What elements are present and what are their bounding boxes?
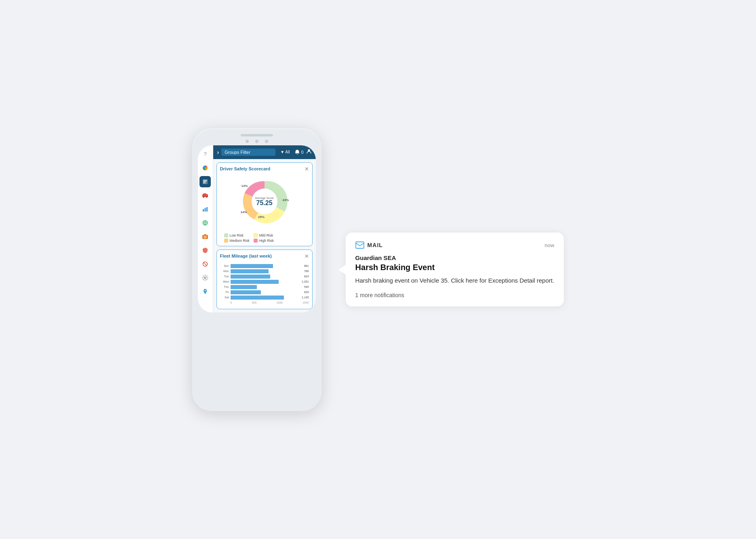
bar-track-sun bbox=[231, 264, 303, 268]
svg-point-4 bbox=[206, 196, 208, 197]
scorecard-card: Driver Safety Scorecard ✕ bbox=[216, 162, 313, 246]
phone-notch-bar bbox=[198, 134, 316, 136]
bar-row-sun: Sun 881 bbox=[220, 264, 309, 268]
user-profile-icon[interactable] bbox=[306, 149, 312, 155]
sidebar-icon-settings[interactable] bbox=[200, 272, 211, 283]
legend-low-risk: Low Risk bbox=[224, 233, 250, 237]
notification-body: Harsh braking event on Vehicle 35. Click… bbox=[355, 276, 554, 285]
notification-app-name: MAIL bbox=[368, 242, 383, 248]
svg-rect-7 bbox=[206, 207, 208, 212]
svg-rect-2 bbox=[203, 193, 206, 195]
bar-track-sat bbox=[231, 296, 300, 300]
sidebar-icon-shield[interactable] bbox=[200, 245, 211, 256]
bar-track-wed bbox=[231, 280, 300, 284]
sidebar-icon-vehicle[interactable] bbox=[200, 190, 211, 201]
bar-fill-thu bbox=[231, 285, 257, 289]
bar-row-sat: Sat 1,145 bbox=[220, 296, 309, 300]
legend-label-high: High Risk bbox=[259, 239, 274, 243]
donut-label-43: 43% bbox=[283, 198, 289, 202]
main-content: › Groups Filter ▼ All 0 bbox=[213, 145, 316, 312]
sidebar-icon-help[interactable]: ? bbox=[200, 149, 211, 160]
legend-dot-medium bbox=[224, 239, 228, 243]
svg-rect-5 bbox=[203, 209, 204, 212]
legend-dot-high bbox=[254, 239, 258, 243]
bar-axis: 050010001500 bbox=[220, 301, 309, 304]
fleet-mileage-close-button[interactable]: ✕ bbox=[304, 253, 309, 259]
notification-more: 1 more notifications bbox=[355, 292, 554, 298]
bar-value-sun: 881 bbox=[304, 264, 309, 267]
sidebar-icon-globe[interactable] bbox=[200, 217, 211, 229]
axis-label: 0 bbox=[231, 301, 232, 304]
bar-chart: Sun 881 Mon 786 Tue 824 Wed 1,031 Thu bbox=[220, 262, 309, 306]
sidebar-icon-block[interactable] bbox=[200, 258, 211, 270]
bar-label-thu: Thu bbox=[220, 285, 229, 288]
scorecard-header: Driver Safety Scorecard ✕ bbox=[220, 166, 309, 172]
legend-label-mild: Mild Risk bbox=[259, 233, 273, 237]
svg-point-3 bbox=[203, 196, 204, 197]
sidebar-icon-chart[interactable] bbox=[200, 203, 211, 215]
legend-mild-risk: Mild Risk bbox=[254, 233, 279, 237]
phone-screen: ? bbox=[198, 145, 316, 312]
all-filter-badge[interactable]: ▼ All bbox=[278, 149, 292, 155]
bar-fill-tue bbox=[231, 275, 271, 279]
bar-value-mon: 786 bbox=[304, 270, 309, 273]
donut-center: Average Score 75.25 bbox=[255, 196, 274, 206]
donut-label-29: 29% bbox=[258, 215, 265, 219]
bar-label-mon: Mon bbox=[220, 270, 229, 273]
bar-value-sat: 1,145 bbox=[302, 296, 309, 299]
fleet-mileage-card: Fleet Mileage (last week) ✕ Sun 881 Mon … bbox=[216, 250, 313, 309]
mail-icon bbox=[355, 241, 364, 250]
fleet-mileage-title: Fleet Mileage (last week) bbox=[220, 254, 272, 258]
bar-label-wed: Wed bbox=[220, 280, 229, 283]
bell-notification[interactable]: 0 bbox=[294, 149, 303, 155]
cards-area: Driver Safety Scorecard ✕ bbox=[213, 159, 316, 312]
bar-row-tue: Tue 824 bbox=[220, 275, 309, 279]
top-nav: › Groups Filter ▼ All 0 bbox=[213, 145, 316, 159]
all-label: ▼ All bbox=[280, 150, 290, 154]
sidebar-icon-camera[interactable] bbox=[200, 231, 211, 242]
bar-value-wed: 1,031 bbox=[302, 280, 309, 283]
nav-chevron-icon[interactable]: › bbox=[217, 149, 219, 155]
sidebar-icon-map[interactable] bbox=[200, 176, 211, 187]
groups-filter-button[interactable]: Groups Filter bbox=[221, 149, 275, 156]
bar-track-tue bbox=[231, 275, 303, 279]
bar-track-fri bbox=[231, 290, 303, 294]
bar-fill-fri bbox=[231, 290, 261, 294]
svg-point-15 bbox=[205, 290, 206, 291]
sidebar: ? bbox=[198, 145, 213, 312]
bar-label-tue: Tue bbox=[220, 275, 229, 278]
svg-line-13 bbox=[204, 262, 207, 266]
phone-notch bbox=[241, 134, 273, 136]
bar-track-mon bbox=[231, 269, 303, 273]
notification-sender: Guardian SEA bbox=[355, 254, 554, 261]
bar-row-fri: Fri 629 bbox=[220, 290, 309, 294]
bar-row-mon: Mon 786 bbox=[220, 269, 309, 273]
bar-fill-sun bbox=[231, 264, 273, 268]
scorecard-close-button[interactable]: ✕ bbox=[304, 166, 309, 172]
scorecard-legend: Low Risk Mild Risk Medium Risk bbox=[220, 233, 279, 243]
donut-label-14-medium: 14% bbox=[241, 210, 247, 214]
bar-track-thu bbox=[231, 285, 303, 289]
bar-row-wed: Wed 1,031 bbox=[220, 280, 309, 284]
fleet-mileage-header: Fleet Mileage (last week) ✕ bbox=[220, 253, 309, 259]
axis-label: 1500 bbox=[302, 301, 309, 304]
donut-label-14-high: 14% bbox=[242, 184, 248, 188]
axis-label: 1000 bbox=[276, 301, 283, 304]
average-score-value: 75.25 bbox=[255, 199, 274, 206]
sidebar-icon-pin[interactable] bbox=[200, 286, 211, 297]
scene: ? bbox=[192, 128, 564, 411]
legend-label-medium: Medium Risk bbox=[230, 239, 250, 243]
bar-value-fri: 629 bbox=[304, 291, 309, 294]
bar-fill-mon bbox=[231, 269, 269, 273]
phone-camera-row bbox=[198, 140, 316, 143]
legend-medium-risk: Medium Risk bbox=[224, 239, 250, 243]
sidebar-icon-pie[interactable] bbox=[200, 162, 211, 174]
phone-frame: ? bbox=[192, 128, 321, 411]
svg-point-14 bbox=[204, 277, 206, 279]
svg-rect-9 bbox=[202, 235, 208, 239]
bar-label-fri: Fri bbox=[220, 291, 229, 294]
groups-filter-label: Groups Filter bbox=[225, 150, 250, 155]
notification-top: MAIL now bbox=[355, 241, 554, 250]
svg-rect-18 bbox=[356, 242, 364, 248]
donut-chart-container: 43% 29% 14% 14% Average Score 75.25 bbox=[220, 175, 309, 243]
